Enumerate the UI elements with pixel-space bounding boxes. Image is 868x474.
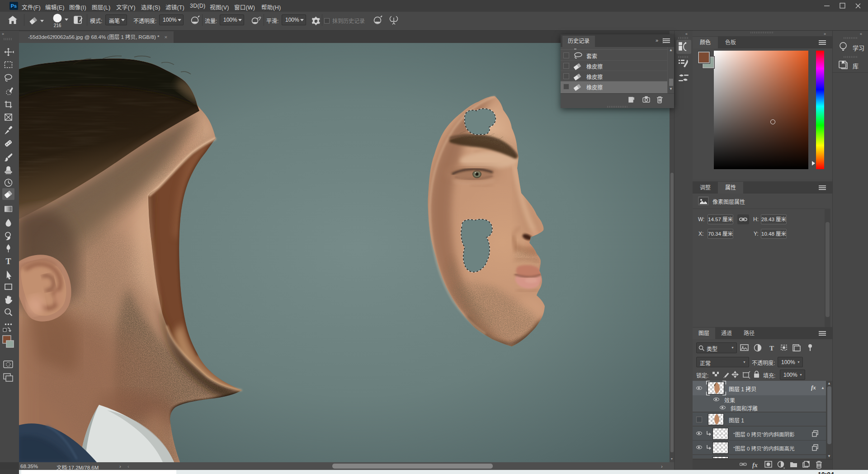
- svg-text:T: T: [5, 257, 11, 266]
- svg-text:216: 216: [54, 23, 61, 28]
- svg-text:fx: fx: [752, 462, 758, 469]
- svg-text:T: T: [769, 345, 774, 352]
